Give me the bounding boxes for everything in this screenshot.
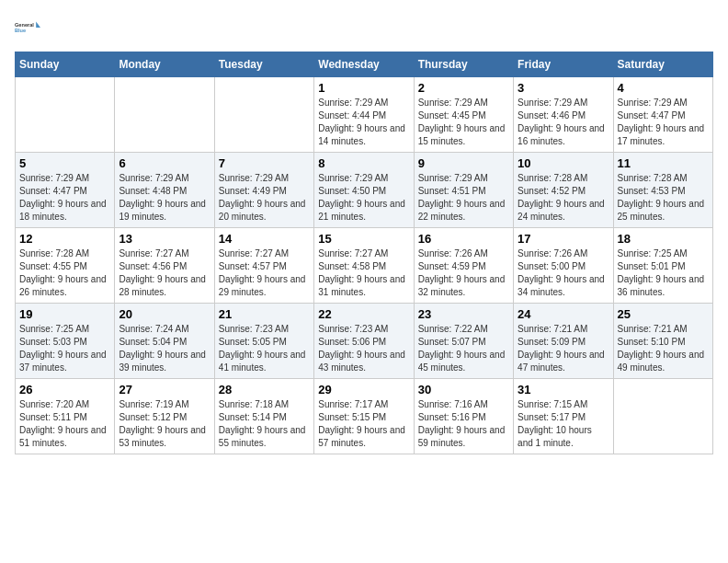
calendar-cell: 30Sunrise: 7:16 AM Sunset: 5:16 PM Dayli… [414, 379, 513, 454]
days-header-row: SundayMondayTuesdayWednesdayThursdayFrid… [16, 52, 713, 77]
calendar-cell: 24Sunrise: 7:21 AM Sunset: 5:09 PM Dayli… [514, 304, 613, 379]
day-header-friday: Friday [514, 52, 613, 77]
calendar-cell: 5Sunrise: 7:29 AM Sunset: 4:47 PM Daylig… [16, 153, 115, 228]
day-number: 26 [19, 383, 110, 396]
day-header-wednesday: Wednesday [314, 52, 414, 77]
day-number: 31 [518, 383, 609, 396]
calendar-cell: 9Sunrise: 7:29 AM Sunset: 4:51 PM Daylig… [414, 153, 513, 228]
day-info: Sunrise: 7:29 AM Sunset: 4:47 PM Dayligh… [19, 172, 110, 224]
day-info: Sunrise: 7:22 AM Sunset: 5:07 PM Dayligh… [418, 323, 509, 374]
calendar-cell [16, 77, 115, 153]
day-info: Sunrise: 7:29 AM Sunset: 4:49 PM Dayligh… [219, 172, 310, 224]
day-number: 16 [418, 232, 509, 246]
calendar-cell: 15Sunrise: 7:27 AM Sunset: 4:58 PM Dayli… [314, 228, 414, 304]
svg-marker-2 [36, 22, 40, 28]
day-info: Sunrise: 7:20 AM Sunset: 5:11 PM Dayligh… [19, 398, 110, 450]
day-number: 10 [518, 156, 609, 170]
day-info: Sunrise: 7:26 AM Sunset: 5:00 PM Dayligh… [518, 247, 609, 299]
svg-text:Blue: Blue [15, 28, 26, 33]
calendar-cell [214, 77, 313, 153]
calendar-cell: 22Sunrise: 7:23 AM Sunset: 5:06 PM Dayli… [314, 304, 414, 379]
day-number: 23 [418, 307, 509, 321]
day-info: Sunrise: 7:28 AM Sunset: 4:55 PM Dayligh… [19, 247, 110, 299]
page-header: GeneralBlue [15, 15, 713, 40]
day-number: 7 [219, 156, 310, 170]
day-number: 21 [219, 307, 310, 321]
calendar-cell: 8Sunrise: 7:29 AM Sunset: 4:50 PM Daylig… [314, 153, 414, 228]
day-info: Sunrise: 7:17 AM Sunset: 5:15 PM Dayligh… [318, 398, 409, 450]
day-number: 20 [119, 307, 210, 321]
day-number: 25 [618, 307, 709, 321]
day-number: 3 [518, 81, 609, 95]
day-info: Sunrise: 7:29 AM Sunset: 4:46 PM Dayligh… [518, 97, 609, 148]
svg-text:General: General [15, 22, 34, 28]
day-info: Sunrise: 7:27 AM Sunset: 4:56 PM Dayligh… [119, 247, 210, 299]
day-info: Sunrise: 7:27 AM Sunset: 4:58 PM Dayligh… [318, 247, 409, 299]
calendar-cell: 12Sunrise: 7:28 AM Sunset: 4:55 PM Dayli… [16, 228, 115, 304]
day-info: Sunrise: 7:16 AM Sunset: 5:16 PM Dayligh… [418, 398, 509, 450]
calendar-cell: 11Sunrise: 7:28 AM Sunset: 4:53 PM Dayli… [613, 153, 712, 228]
calendar-cell: 31Sunrise: 7:15 AM Sunset: 5:17 PM Dayli… [514, 379, 613, 454]
day-number: 11 [618, 156, 709, 170]
day-info: Sunrise: 7:29 AM Sunset: 4:44 PM Dayligh… [318, 97, 409, 148]
day-info: Sunrise: 7:29 AM Sunset: 4:50 PM Dayligh… [318, 172, 409, 224]
calendar-cell [115, 77, 214, 153]
calendar-cell: 16Sunrise: 7:26 AM Sunset: 4:59 PM Dayli… [414, 228, 513, 304]
calendar-cell: 25Sunrise: 7:21 AM Sunset: 5:10 PM Dayli… [613, 304, 712, 379]
day-number: 19 [19, 307, 110, 321]
calendar-cell: 2Sunrise: 7:29 AM Sunset: 4:45 PM Daylig… [414, 77, 513, 153]
week-row-4: 19Sunrise: 7:25 AM Sunset: 5:03 PM Dayli… [16, 304, 713, 379]
day-number: 6 [119, 156, 210, 170]
day-number: 30 [418, 383, 509, 396]
day-info: Sunrise: 7:24 AM Sunset: 5:04 PM Dayligh… [119, 323, 210, 374]
calendar-cell: 14Sunrise: 7:27 AM Sunset: 4:57 PM Dayli… [214, 228, 313, 304]
day-number: 17 [518, 232, 609, 246]
calendar-cell: 19Sunrise: 7:25 AM Sunset: 5:03 PM Dayli… [16, 304, 115, 379]
logo-icon: GeneralBlue [15, 15, 44, 40]
day-number: 9 [418, 156, 509, 170]
calendar-cell [613, 379, 712, 454]
calendar-cell: 10Sunrise: 7:28 AM Sunset: 4:52 PM Dayli… [514, 153, 613, 228]
day-header-thursday: Thursday [414, 52, 513, 77]
day-info: Sunrise: 7:28 AM Sunset: 4:53 PM Dayligh… [618, 172, 709, 224]
day-number: 8 [318, 156, 409, 170]
day-header-sunday: Sunday [16, 52, 115, 77]
calendar-cell: 4Sunrise: 7:29 AM Sunset: 4:47 PM Daylig… [613, 77, 712, 153]
day-number: 29 [318, 383, 409, 396]
day-number: 2 [418, 81, 509, 95]
calendar-cell: 1Sunrise: 7:29 AM Sunset: 4:44 PM Daylig… [314, 77, 414, 153]
day-header-saturday: Saturday [613, 52, 712, 77]
day-info: Sunrise: 7:15 AM Sunset: 5:17 PM Dayligh… [518, 398, 609, 450]
day-info: Sunrise: 7:25 AM Sunset: 5:03 PM Dayligh… [19, 323, 110, 374]
week-row-2: 5Sunrise: 7:29 AM Sunset: 4:47 PM Daylig… [16, 153, 713, 228]
day-info: Sunrise: 7:26 AM Sunset: 4:59 PM Dayligh… [418, 247, 509, 299]
day-number: 14 [219, 232, 310, 246]
day-info: Sunrise: 7:21 AM Sunset: 5:10 PM Dayligh… [618, 323, 709, 374]
calendar-cell: 27Sunrise: 7:19 AM Sunset: 5:12 PM Dayli… [115, 379, 214, 454]
day-info: Sunrise: 7:29 AM Sunset: 4:48 PM Dayligh… [119, 172, 210, 224]
calendar-cell: 20Sunrise: 7:24 AM Sunset: 5:04 PM Dayli… [115, 304, 214, 379]
day-number: 15 [318, 232, 409, 246]
calendar-cell: 6Sunrise: 7:29 AM Sunset: 4:48 PM Daylig… [115, 153, 214, 228]
day-number: 1 [318, 81, 409, 95]
logo: GeneralBlue [15, 15, 44, 40]
day-info: Sunrise: 7:29 AM Sunset: 4:47 PM Dayligh… [618, 97, 709, 148]
calendar-cell: 13Sunrise: 7:27 AM Sunset: 4:56 PM Dayli… [115, 228, 214, 304]
calendar-cell: 23Sunrise: 7:22 AM Sunset: 5:07 PM Dayli… [414, 304, 513, 379]
calendar-cell: 17Sunrise: 7:26 AM Sunset: 5:00 PM Dayli… [514, 228, 613, 304]
day-header-monday: Monday [115, 52, 214, 77]
week-row-1: 1Sunrise: 7:29 AM Sunset: 4:44 PM Daylig… [16, 77, 713, 153]
day-info: Sunrise: 7:29 AM Sunset: 4:51 PM Dayligh… [418, 172, 509, 224]
day-info: Sunrise: 7:19 AM Sunset: 5:12 PM Dayligh… [119, 398, 210, 450]
day-info: Sunrise: 7:23 AM Sunset: 5:06 PM Dayligh… [318, 323, 409, 374]
calendar-cell: 3Sunrise: 7:29 AM Sunset: 4:46 PM Daylig… [514, 77, 613, 153]
calendar-cell: 26Sunrise: 7:20 AM Sunset: 5:11 PM Dayli… [16, 379, 115, 454]
day-info: Sunrise: 7:18 AM Sunset: 5:14 PM Dayligh… [219, 398, 310, 450]
day-number: 18 [618, 232, 709, 246]
day-number: 13 [119, 232, 210, 246]
calendar-cell: 29Sunrise: 7:17 AM Sunset: 5:15 PM Dayli… [314, 379, 414, 454]
day-info: Sunrise: 7:23 AM Sunset: 5:05 PM Dayligh… [219, 323, 310, 374]
calendar-cell: 28Sunrise: 7:18 AM Sunset: 5:14 PM Dayli… [214, 379, 313, 454]
day-number: 12 [19, 232, 110, 246]
day-number: 22 [318, 307, 409, 321]
